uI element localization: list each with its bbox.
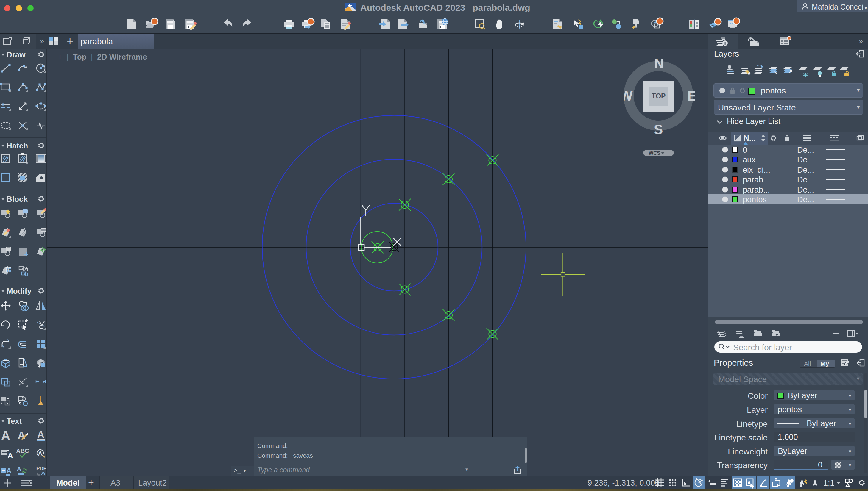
svg-text:De...: De...	[797, 175, 814, 184]
svg-text:De...: De...	[797, 146, 814, 154]
svg-text:A: A	[37, 429, 45, 440]
svg-text:A: A	[17, 465, 22, 473]
svg-text:A: A	[18, 429, 25, 441]
svg-text:A: A	[38, 450, 42, 456]
svg-text:De...: De...	[797, 155, 814, 164]
svg-text:N...: N...	[744, 134, 755, 143]
svg-text:TOP: TOP	[652, 92, 666, 100]
svg-text:N: N	[654, 56, 664, 71]
svg-text:De...: De...	[797, 185, 814, 194]
svg-text:E: E	[688, 88, 695, 104]
svg-text:pontos: pontos	[743, 195, 767, 204]
svg-text:A: A	[1, 429, 10, 442]
svg-text:De...: De...	[797, 166, 814, 174]
svg-text:eix_di...: eix_di...	[743, 166, 770, 174]
svg-text:W: W	[623, 88, 633, 104]
svg-text:S: S	[654, 122, 663, 137]
svg-text:De...: De...	[797, 195, 814, 204]
svg-text:aux: aux	[743, 155, 756, 164]
svg-text:PDF: PDF	[36, 466, 47, 471]
svg-text:A: A	[7, 451, 13, 460]
svg-text:1:1: 1:1	[823, 479, 835, 487]
svg-text:parab...: parab...	[743, 175, 770, 184]
svg-text:parab...: parab...	[743, 185, 770, 194]
svg-text:A: A	[6, 467, 11, 474]
svg-text:WCS: WCS	[648, 150, 661, 156]
svg-text:ABC: ABC	[16, 447, 29, 454]
svg-text:0: 0	[743, 146, 747, 154]
